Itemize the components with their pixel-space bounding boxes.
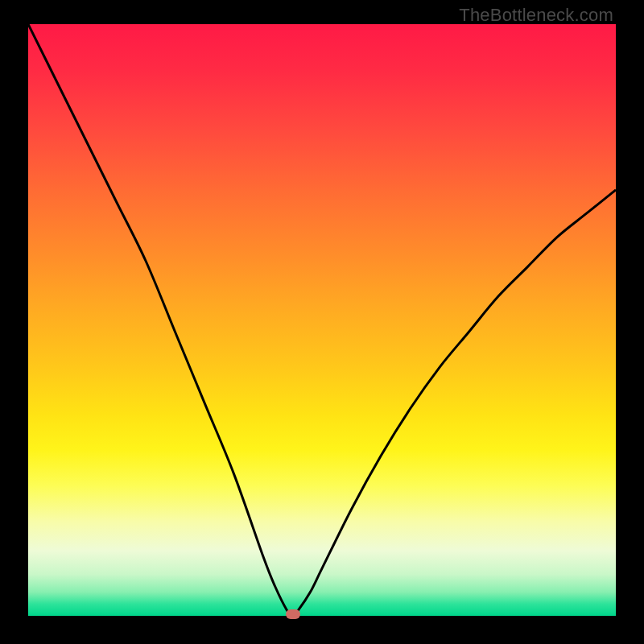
watermark-text: TheBottleneck.com xyxy=(459,5,613,26)
chart-frame: TheBottleneck.com xyxy=(0,0,644,644)
optimum-marker xyxy=(286,609,300,619)
curve-path xyxy=(28,24,616,616)
plot-area xyxy=(28,24,616,616)
bottleneck-curve xyxy=(28,24,616,616)
